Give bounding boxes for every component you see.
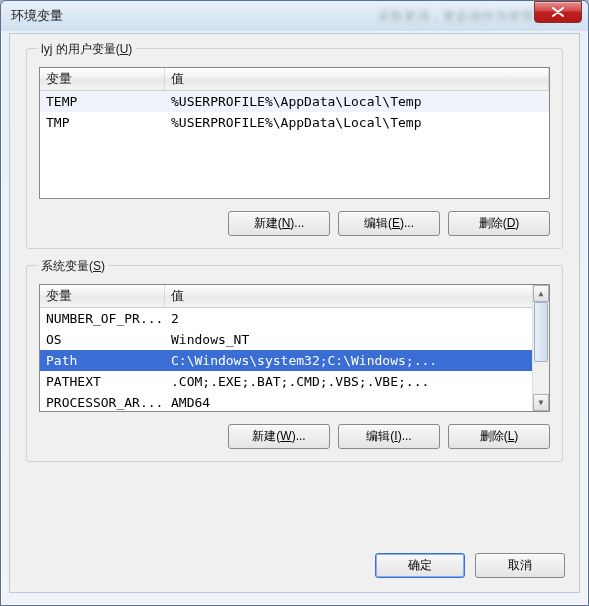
- sys-vars-list[interactable]: 变量 值 NUMBER_OF_PR...2OSWindows_NTPathC:\…: [39, 284, 550, 412]
- scroll-up-icon[interactable]: ▲: [533, 285, 549, 302]
- window-title: 环境变量: [11, 7, 358, 25]
- list-item[interactable]: NUMBER_OF_PR...2: [40, 308, 549, 329]
- user-vars-list[interactable]: 变量 值 TEMP%USERPROFILE%\AppData\Local\Tem…: [39, 67, 550, 199]
- user-button-row: 新建(N)... 编辑(E)... 删除(D): [39, 211, 550, 236]
- user-list-body: TEMP%USERPROFILE%\AppData\Local\TempTMP%…: [40, 91, 549, 133]
- env-vars-dialog: 环境变量 采取更消，更必须作为管理员登录。 lyj 的用户变量(U) 变量 值 …: [0, 0, 589, 606]
- user-delete-button[interactable]: 删除(D): [448, 211, 550, 236]
- list-item[interactable]: PROCESSOR_AR...AMD64: [40, 392, 549, 412]
- list-item[interactable]: TMP%USERPROFILE%\AppData\Local\Temp: [40, 112, 549, 133]
- user-col-name[interactable]: 变量: [40, 68, 165, 90]
- user-col-value[interactable]: 值: [165, 68, 549, 90]
- cell-value: %USERPROFILE%\AppData\Local\Temp: [165, 113, 549, 132]
- scroll-down-icon[interactable]: ▼: [533, 394, 549, 411]
- list-item[interactable]: TEMP%USERPROFILE%\AppData\Local\Temp: [40, 91, 549, 112]
- scroll-thumb[interactable]: [534, 302, 548, 362]
- sys-delete-button[interactable]: 删除(L): [448, 424, 550, 449]
- list-item[interactable]: PathC:\Windows\system32;C:\Windows;...: [40, 350, 549, 371]
- sys-col-value[interactable]: 值: [165, 285, 549, 307]
- user-vars-group-title: lyj 的用户变量(U): [37, 41, 136, 58]
- sys-list-header[interactable]: 变量 值: [40, 285, 549, 308]
- sys-col-name[interactable]: 变量: [40, 285, 165, 307]
- user-list-header[interactable]: 变量 值: [40, 68, 549, 91]
- list-item[interactable]: OSWindows_NT: [40, 329, 549, 350]
- cell-value: Windows_NT: [165, 330, 549, 349]
- cancel-button[interactable]: 取消: [475, 553, 565, 578]
- user-new-button[interactable]: 新建(N)...: [228, 211, 330, 236]
- cell-value: AMD64: [165, 393, 549, 412]
- close-button[interactable]: [534, 1, 582, 23]
- sys-new-button[interactable]: 新建(W)...: [228, 424, 330, 449]
- client-area: lyj 的用户变量(U) 变量 值 TEMP%USERPROFILE%\AppD…: [9, 33, 580, 593]
- close-icon: [552, 7, 564, 17]
- user-edit-button[interactable]: 编辑(E)...: [338, 211, 440, 236]
- sys-vars-group: 系统变量(S) 变量 值 NUMBER_OF_PR...2OSWindows_N…: [26, 265, 563, 462]
- sys-vars-group-title: 系统变量(S): [37, 258, 109, 275]
- dialog-button-row: 确定 取消: [375, 553, 565, 578]
- ok-button[interactable]: 确定: [375, 553, 465, 578]
- scroll-track[interactable]: [533, 302, 549, 394]
- cell-value: %USERPROFILE%\AppData\Local\Temp: [165, 92, 549, 111]
- cell-name: TMP: [40, 113, 165, 132]
- cell-value: C:\Windows\system32;C:\Windows;...: [165, 351, 549, 370]
- cell-name: NUMBER_OF_PR...: [40, 309, 165, 328]
- cell-name: Path: [40, 351, 165, 370]
- cell-name: PROCESSOR_AR...: [40, 393, 165, 412]
- cell-value: 2: [165, 309, 549, 328]
- cell-name: TEMP: [40, 92, 165, 111]
- titlebar[interactable]: 环境变量 采取更消，更必须作为管理员登录。: [1, 1, 588, 31]
- cell-name: PATHEXT: [40, 372, 165, 391]
- user-vars-group: lyj 的用户变量(U) 变量 值 TEMP%USERPROFILE%\AppD…: [26, 48, 563, 249]
- cell-name: OS: [40, 330, 165, 349]
- sys-list-body: NUMBER_OF_PR...2OSWindows_NTPathC:\Windo…: [40, 308, 549, 412]
- list-item[interactable]: PATHEXT.COM;.EXE;.BAT;.CMD;.VBS;.VBE;...: [40, 371, 549, 392]
- cell-value: .COM;.EXE;.BAT;.CMD;.VBS;.VBE;...: [165, 372, 549, 391]
- sys-scrollbar[interactable]: ▲ ▼: [532, 285, 549, 411]
- sys-edit-button[interactable]: 编辑(I)...: [338, 424, 440, 449]
- sys-button-row: 新建(W)... 编辑(I)... 删除(L): [39, 424, 550, 449]
